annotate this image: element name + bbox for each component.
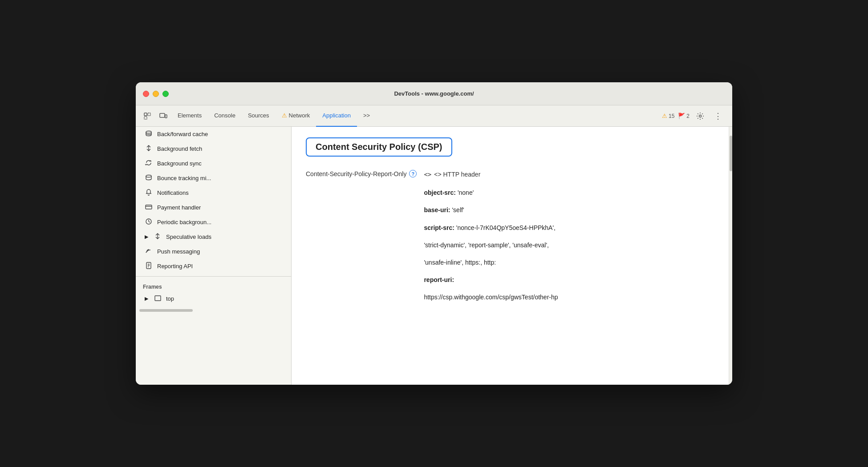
sidebar-divider [136, 276, 291, 277]
back-forward-cache-icon [145, 130, 153, 138]
sidebar: Back/forward cache Background fetch [136, 127, 292, 385]
tab-network[interactable]: ⚠ Network [276, 105, 316, 127]
frames-top-icon [154, 295, 162, 302]
sidebar-item-speculative-loads[interactable]: ▶ Speculative loads [136, 229, 291, 244]
prop-report-uri-val: https://csp.withgoogle.com/csp/gwsTest/o… [424, 292, 558, 303]
sidebar-label-speculative-loads: Speculative loads [166, 234, 211, 240]
devtools-window: DevTools - www.google.com/ Elements Cons… [136, 82, 732, 385]
object-src-key: object-src: [424, 189, 456, 196]
frames-top-expand-icon[interactable]: ▶ [145, 296, 148, 302]
svg-rect-12 [155, 296, 161, 301]
bounce-tracking-icon [145, 174, 153, 182]
info-icon[interactable]: ? [409, 170, 417, 177]
csp-policy-row: Content-Security-Policy-Report-Only ? <>… [306, 169, 714, 310]
traffic-lights [143, 91, 169, 97]
prop-script-src-2: 'strict-dynamic', 'report-sample', 'unsa… [424, 240, 558, 251]
sidebar-label-periodic-background: Periodic backgroun... [157, 219, 211, 225]
prop-script-src: script-src: 'nonce-l-7rK04QpY5oeS4-HPPkh… [424, 222, 558, 234]
push-messaging-icon [145, 247, 153, 256]
warning-badge[interactable]: ⚠ 15 [662, 113, 674, 119]
sidebar-label-notifications: Notifications [157, 189, 189, 196]
sidebar-item-payment-handler[interactable]: Payment handler [136, 200, 291, 215]
background-sync-icon [145, 159, 153, 168]
sidebar-item-notifications[interactable]: Notifications [136, 185, 291, 200]
background-fetch-icon [145, 145, 153, 153]
sidebar-item-push-messaging[interactable]: Push messaging [136, 244, 291, 259]
device-toggle-icon[interactable] [155, 108, 171, 124]
warning-icon: ⚠ [662, 113, 667, 119]
more-options-button[interactable]: ⋮ [711, 109, 725, 123]
tab-application[interactable]: Application [316, 105, 357, 127]
minimize-button[interactable] [153, 91, 159, 97]
close-button[interactable] [143, 91, 149, 97]
prop-base-uri: base-uri: 'self' [424, 205, 558, 216]
base-uri-key: base-uri: [424, 206, 450, 213]
sidebar-label-background-fetch: Background fetch [157, 145, 202, 152]
notifications-icon [145, 189, 153, 197]
svg-point-7 [146, 175, 151, 177]
tab-sources[interactable]: Sources [242, 105, 276, 127]
right-scrollbar-thumb[interactable] [730, 136, 732, 171]
right-scrollbar[interactable] [729, 127, 732, 385]
sidebar-label-back-forward-cache: Back/forward cache [157, 131, 208, 137]
speculative-loads-icon [154, 233, 162, 241]
window-title: DevTools - www.google.com/ [394, 90, 474, 97]
csp-value-block: <> <> HTTP header object-src: 'none' bas… [424, 169, 558, 310]
toolbar: Elements Console Sources ⚠ Network Appli… [136, 105, 732, 127]
select-element-icon[interactable] [139, 108, 155, 124]
svg-rect-1 [148, 113, 150, 116]
error-badge[interactable]: 🚩 2 [678, 113, 690, 119]
sidebar-label-reporting-api: Reporting API [157, 263, 193, 270]
tab-bar: Elements Console Sources ⚠ Network Appli… [171, 105, 662, 126]
maximize-button[interactable] [162, 91, 169, 97]
sidebar-scrollbar-area[interactable] [136, 309, 291, 313]
csp-policy-label: Content-Security-Policy-Report-Only ? [306, 169, 417, 177]
sidebar-scroll-thumb[interactable] [139, 309, 193, 312]
svg-rect-4 [165, 115, 167, 118]
csp-title-box: Content Security Policy (CSP) [306, 137, 452, 157]
toolbar-right: ⚠ 15 🚩 2 ⋮ [662, 109, 729, 123]
speculative-loads-expand-icon[interactable]: ▶ [145, 234, 148, 240]
prop-object-src: object-src: 'none' [424, 187, 558, 198]
content-area: Content Security Policy (CSP) Content-Se… [292, 127, 729, 385]
sidebar-label-bounce-tracking: Bounce tracking mi... [157, 175, 211, 181]
base-uri-val: 'self' [452, 206, 464, 213]
vertical-dots-icon: ⋮ [714, 111, 722, 121]
report-uri-key: report-uri: [424, 276, 454, 283]
sidebar-label-payment-handler: Payment handler [157, 204, 201, 211]
settings-button[interactable] [693, 109, 707, 123]
sidebar-item-periodic-background[interactable]: Periodic backgroun... [136, 215, 291, 229]
csp-title: Content Security Policy (CSP) [316, 142, 442, 152]
http-header-label: <> <> HTTP header [424, 169, 558, 180]
sidebar-label-background-sync: Background sync [157, 160, 202, 167]
payment-handler-icon [145, 203, 153, 212]
titlebar: DevTools - www.google.com/ [136, 82, 732, 105]
sidebar-item-frames-top[interactable]: ▶ top [136, 292, 291, 306]
sidebar-item-bounce-tracking[interactable]: Bounce tracking mi... [136, 171, 291, 185]
prop-script-src-3: 'unsafe-inline', https:, http: [424, 257, 558, 268]
network-warning-icon: ⚠ [282, 112, 287, 119]
sidebar-item-background-fetch[interactable]: Background fetch [136, 141, 291, 156]
svg-rect-2 [144, 117, 147, 119]
tab-console[interactable]: Console [208, 105, 242, 127]
script-src-val2: 'strict-dynamic', 'report-sample', 'unsa… [424, 242, 549, 249]
report-uri-val: https://csp.withgoogle.com/csp/gwsTest/o… [424, 294, 558, 301]
script-src-val3: 'unsafe-inline', https:, http: [424, 259, 496, 266]
sidebar-item-back-forward-cache[interactable]: Back/forward cache [136, 127, 291, 141]
reporting-api-icon [145, 262, 153, 270]
error-icon: 🚩 [678, 113, 685, 119]
svg-rect-8 [146, 205, 152, 209]
tab-elements[interactable]: Elements [171, 105, 208, 127]
script-src-key: script-src: [424, 224, 454, 231]
sidebar-label-push-messaging: Push messaging [157, 248, 200, 255]
sidebar-label-frames-top: top [166, 295, 174, 302]
sidebar-item-background-sync[interactable]: Background sync [136, 156, 291, 171]
svg-point-5 [699, 115, 702, 117]
more-tabs-button[interactable]: >> [357, 105, 376, 127]
svg-rect-0 [144, 113, 147, 116]
sidebar-item-reporting-api[interactable]: Reporting API [136, 259, 291, 274]
code-brackets-icon: <> [424, 169, 431, 180]
main-layout: Back/forward cache Background fetch [136, 127, 732, 385]
frames-section-header: Frames [136, 279, 291, 292]
svg-point-6 [146, 131, 151, 133]
